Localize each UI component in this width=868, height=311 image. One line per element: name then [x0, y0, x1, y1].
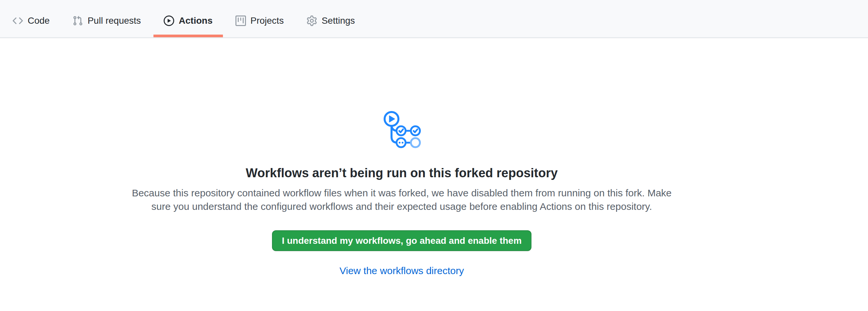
actions-blankslate: Workflows aren’t being run on this forke… [0, 38, 803, 278]
tab-code-label: Code [28, 16, 50, 25]
tab-projects[interactable]: Projects [225, 0, 294, 37]
tab-code[interactable]: Code [2, 0, 60, 37]
git-pull-request-icon [72, 15, 83, 26]
tab-pull-requests[interactable]: Pull requests [62, 0, 151, 37]
workflow-illustration-icon [382, 110, 421, 149]
tab-settings-label: Settings [322, 16, 355, 25]
tab-actions-label: Actions [179, 16, 213, 25]
gear-icon [307, 15, 317, 26]
view-workflows-directory-link[interactable]: View the workflows directory [340, 263, 464, 278]
blankslate-description: Because this repository contained workfl… [125, 186, 678, 213]
tab-projects-label: Projects [251, 16, 284, 25]
enable-workflows-button[interactable]: I understand my workflows, go ahead and … [272, 230, 531, 251]
blankslate-heading: Workflows aren’t being run on this forke… [246, 165, 557, 181]
tab-pull-requests-label: Pull requests [88, 16, 141, 25]
play-icon [164, 15, 174, 26]
tab-actions[interactable]: Actions [153, 0, 223, 37]
tab-settings[interactable]: Settings [297, 0, 365, 37]
code-icon [12, 15, 23, 26]
repo-tab-nav: Code Pull requests Actions Projects Sett… [0, 0, 868, 38]
project-icon [236, 15, 246, 26]
